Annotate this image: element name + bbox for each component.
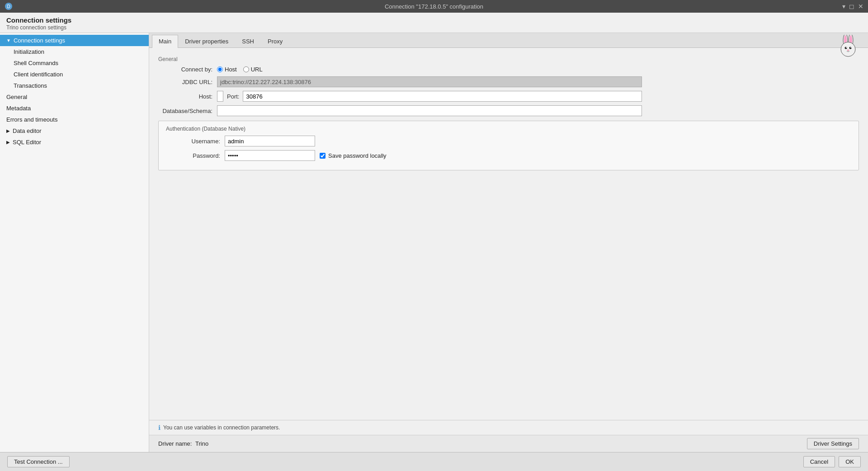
svg-point-8 [849,47,852,49]
close-button[interactable]: ✕ [858,3,863,10]
sidebar-item-data-editor[interactable]: ▶ Data editor [0,125,149,137]
driver-name-label: Driver name: [158,440,192,447]
dialog-subtitle: Trino connection settings [6,24,862,31]
host-port-row: Host: Port: [158,91,859,102]
sidebar-item-shell-commands[interactable]: Shell Commands [0,57,149,69]
driver-settings-button[interactable]: Driver Settings [807,438,859,449]
database-schema-row: Database/Schema: [158,105,859,116]
tab-driver-properties[interactable]: Driver properties [178,35,235,47]
sidebar-item-sql-editor[interactable]: ▶ SQL Editor [0,137,149,148]
svg-point-11 [847,50,849,51]
port-input[interactable] [243,91,642,102]
sidebar-item-label: Client identification [14,71,63,78]
sidebar-item-connection-settings[interactable]: ▼ Connection settings [0,35,149,46]
driver-name-value: Trino [195,440,208,447]
minimize-button[interactable]: ▾ [842,3,845,10]
dialog-title: Connection settings [6,16,862,24]
connect-by-host-radio[interactable] [217,66,223,72]
sidebar-item-transactions[interactable]: Transactions [0,80,149,91]
chevron-right-icon: ▶ [6,140,10,145]
bottom-bar: Test Connection ... Cancel OK [0,452,868,471]
auth-section-title: Authentication (Database Native) [166,126,851,132]
sidebar: ▼ Connection settings Initialization She… [0,33,149,452]
dialog-action-buttons: Cancel OK [803,456,861,467]
content-area: Main Driver properties SSH Proxy General… [149,33,868,452]
maximize-button[interactable]: ◻ [849,3,854,10]
bunny-icon [837,35,859,58]
jdbc-url-input[interactable] [217,76,642,87]
cancel-button[interactable]: Cancel [803,456,835,467]
sidebar-item-metadata[interactable]: Metadata [0,103,149,114]
save-password-label: Save password locally [328,152,387,159]
ok-button[interactable]: OK [839,456,861,467]
password-label: Password: [166,152,225,159]
username-label: Username: [166,138,225,145]
connect-by-url-option[interactable]: URL [243,66,263,73]
tab-proxy[interactable]: Proxy [261,35,289,47]
tab-main[interactable]: Main [152,35,178,48]
connect-by-host-label: Host [225,66,237,73]
connect-by-url-label: URL [251,66,263,73]
svg-point-6 [841,42,855,57]
test-connection-button[interactable]: Test Connection ... [7,456,70,467]
connect-by-label: Connect by: [158,66,217,73]
svg-point-10 [850,47,851,48]
window-controls[interactable]: ▾ ◻ ✕ [842,3,863,10]
sidebar-item-label: Transactions [14,82,47,89]
jdbc-url-control [217,76,642,87]
sidebar-item-client-identification[interactable]: Client identification [0,69,149,80]
tab-ssh[interactable]: SSH [235,35,261,47]
app-logo: D [5,2,13,10]
title-bar: D Connection "172.18.0.5" configuration … [0,0,868,13]
driver-bar: Driver name: Trino Driver Settings [149,435,868,452]
dialog-header: Connection settings Trino connection set… [0,13,868,33]
chevron-down-icon: ▼ [6,38,11,43]
svg-point-9 [846,47,847,48]
driver-name-text: Driver name: Trino [158,440,208,447]
password-row: Password: Save password locally [166,150,851,161]
host-label: Host: [158,93,217,100]
connect-by-options: Host URL [217,66,642,73]
sidebar-item-label: Connection settings [14,37,65,44]
svg-text:D: D [7,4,10,9]
password-input[interactable] [225,150,315,161]
password-control: Save password locally [225,150,387,161]
chevron-right-icon: ▶ [6,128,10,133]
info-icon: ℹ [158,424,160,431]
username-control [225,136,315,146]
connect-by-row: Connect by: Host URL [158,66,859,73]
window-title: Connection "172.18.0.5" configuration [385,3,483,10]
host-port-control: Port: [217,91,642,102]
save-password-option[interactable]: Save password locally [320,152,387,159]
svg-point-7 [845,47,847,49]
sidebar-item-general[interactable]: General [0,91,149,103]
database-schema-input[interactable] [217,105,642,116]
sidebar-item-label: Data editor [13,127,42,134]
connect-by-host-option[interactable]: Host [217,66,237,73]
port-label: Port: [227,93,239,100]
sidebar-item-errors-and-timeouts[interactable]: Errors and timeouts [0,114,149,125]
sidebar-item-label: General [6,94,27,100]
database-schema-label: Database/Schema: [158,108,217,114]
username-input[interactable] [225,136,315,146]
info-message: You can use variables in connection para… [163,424,280,431]
jdbc-url-row: JDBC URL: [158,76,859,87]
tabs-bar: Main Driver properties SSH Proxy [149,33,868,48]
sidebar-item-initialization[interactable]: Initialization [0,46,149,57]
database-schema-control [217,105,642,116]
info-bar: ℹ You can use variables in connection pa… [149,420,868,435]
auth-section: Authentication (Database Native) Usernam… [158,121,859,170]
sidebar-item-label: Initialization [14,48,44,55]
username-row: Username: [166,136,851,146]
sidebar-item-label: Errors and timeouts [6,116,57,123]
jdbc-url-label: JDBC URL: [158,79,217,85]
save-password-checkbox[interactable] [320,153,326,159]
connect-by-url-radio[interactable] [243,66,249,72]
section-general-label: General [158,56,859,62]
tab-content-main: General Connect by: Host URL [149,48,868,420]
sidebar-item-label: SQL Editor [13,139,41,146]
avatar [837,35,859,60]
host-input[interactable] [217,91,223,102]
sidebar-item-label: Metadata [6,105,31,112]
sidebar-item-label: Shell Commands [14,60,58,66]
